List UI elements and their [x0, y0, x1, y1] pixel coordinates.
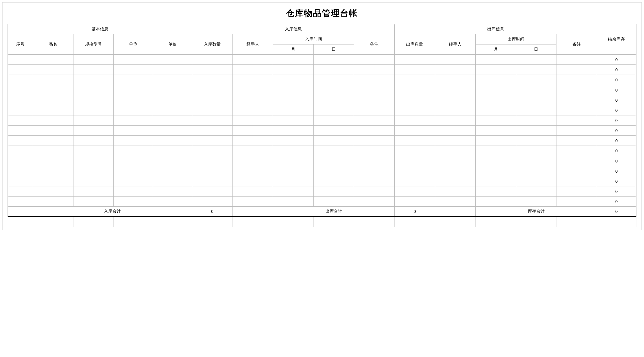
cell-price	[153, 146, 192, 156]
table-row: 0	[8, 135, 636, 146]
cell-out_op	[435, 105, 475, 115]
cell-unit	[114, 64, 153, 75]
cell-in_note	[354, 85, 395, 95]
cell-balance: 0	[597, 105, 636, 115]
cell-in_qty	[192, 95, 232, 105]
header-out-time: 出库时间	[475, 34, 556, 44]
cell-unit	[114, 196, 153, 206]
cell-spec	[73, 64, 114, 75]
cell-spec	[73, 115, 114, 125]
cell-in_m	[273, 186, 314, 196]
cell-seq	[8, 85, 33, 95]
header-in-month: 月	[273, 44, 314, 54]
cell-in_m	[273, 54, 314, 64]
cell-unit	[114, 115, 153, 125]
cell-in_m	[273, 75, 314, 85]
cell-balance: 0	[597, 146, 636, 156]
cell-unit	[114, 54, 153, 64]
cell-in_qty	[192, 176, 232, 186]
table-row: 0	[8, 75, 636, 85]
totals-stock-label: 库存合计	[475, 206, 597, 217]
table-row: 0	[8, 105, 636, 115]
cell-out_m	[475, 85, 516, 95]
totals-out-value: 0	[394, 206, 435, 217]
cell-out_op	[435, 186, 475, 196]
cell-spec	[73, 85, 114, 95]
cell-in_note	[354, 166, 395, 176]
cell-in_m	[273, 95, 314, 105]
page-frame: 仓库物品管理台帐 基本信息 入库信息 出库信息 结余库存 序号 品名 规格型号 …	[2, 2, 642, 230]
cell-out_m	[475, 186, 516, 196]
cell-in_op	[232, 75, 273, 85]
cell-price	[153, 64, 192, 75]
cell-seq	[8, 176, 33, 186]
cell-out_d	[516, 186, 556, 196]
cell-in_d	[314, 196, 354, 206]
header-group-in: 入库信息	[192, 24, 394, 34]
cell-seq	[8, 196, 33, 206]
table-row: 0	[8, 156, 636, 166]
cell-in_m	[273, 85, 314, 95]
cell-in_qty	[192, 166, 232, 176]
table-row: 0	[8, 186, 636, 196]
cell-in_d	[314, 156, 354, 166]
cell-balance: 0	[597, 125, 636, 135]
table-row: 0	[8, 166, 636, 176]
cell-in_qty	[192, 135, 232, 146]
cell-seq	[8, 54, 33, 64]
cell-balance: 0	[597, 54, 636, 64]
table-row: 0	[8, 95, 636, 105]
cell-out_qty	[394, 115, 435, 125]
cell-in_note	[354, 105, 395, 115]
cell-out_note	[556, 186, 597, 196]
totals-stock-value: 0	[597, 206, 636, 217]
cell-spec	[73, 176, 114, 186]
cell-unit	[114, 105, 153, 115]
cell-in_m	[273, 146, 314, 156]
cell-out_note	[556, 75, 597, 85]
cell-price	[153, 166, 192, 176]
cell-out_op	[435, 115, 475, 125]
cell-in_d	[314, 95, 354, 105]
header-unit: 单位	[114, 34, 153, 54]
cell-balance: 0	[597, 95, 636, 105]
header-spec: 规格型号	[73, 34, 114, 54]
table-row: 0	[8, 125, 636, 135]
cell-out_qty	[394, 135, 435, 146]
cell-in_qty	[192, 75, 232, 85]
header-in-note: 备注	[354, 34, 395, 54]
cell-out_op	[435, 196, 475, 206]
cell-in_qty	[192, 115, 232, 125]
cell-out_op	[435, 135, 475, 146]
cell-out_qty	[394, 54, 435, 64]
cell-out_d	[516, 156, 556, 166]
cell-spec	[73, 166, 114, 176]
cell-out_op	[435, 54, 475, 64]
cell-unit	[114, 135, 153, 146]
cell-in_qty	[192, 146, 232, 156]
header-in-time: 入库时间	[273, 34, 354, 44]
cell-in_op	[232, 95, 273, 105]
cell-seq	[8, 95, 33, 105]
cell-in_note	[354, 75, 395, 85]
cell-seq	[8, 186, 33, 196]
cell-out_qty	[394, 176, 435, 186]
cell-unit	[114, 176, 153, 186]
cell-spec	[73, 54, 114, 64]
cell-in_m	[273, 105, 314, 115]
cell-balance: 0	[597, 156, 636, 166]
cell-in_qty	[192, 156, 232, 166]
cell-spec	[73, 156, 114, 166]
header-group-out: 出库信息	[394, 24, 597, 34]
cell-name	[33, 64, 73, 75]
cell-out_op	[435, 85, 475, 95]
cell-spec	[73, 135, 114, 146]
cell-balance: 0	[597, 85, 636, 95]
header-out-month: 月	[475, 44, 516, 54]
cell-seq	[8, 156, 33, 166]
cell-balance: 0	[597, 176, 636, 186]
cell-in_op	[232, 125, 273, 135]
cell-in_m	[273, 176, 314, 186]
cell-in_d	[314, 75, 354, 85]
cell-in_note	[354, 146, 395, 156]
